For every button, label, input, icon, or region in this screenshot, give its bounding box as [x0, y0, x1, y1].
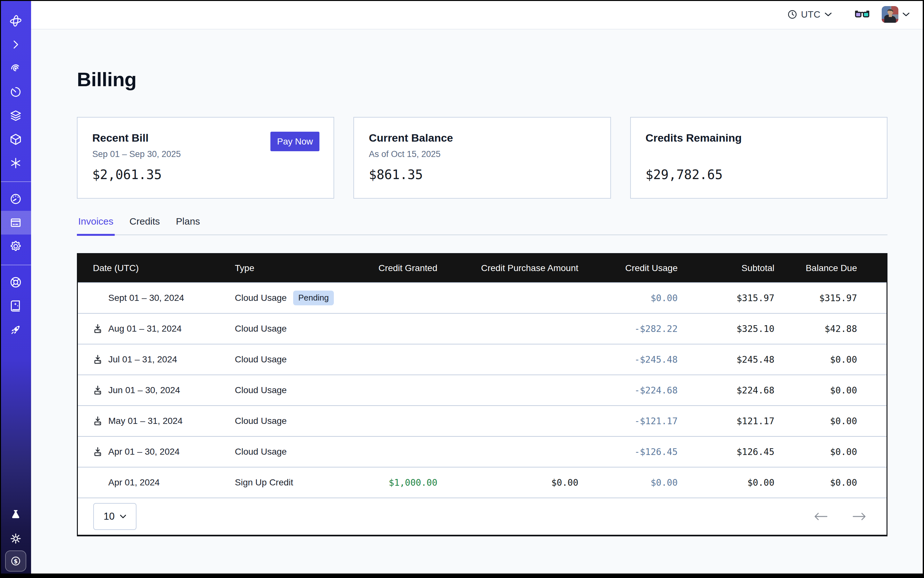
- subtotal-value: $121.17: [678, 416, 775, 427]
- credit-granted-value: $1,000.00: [354, 477, 437, 488]
- download-invoice-button: [92, 292, 103, 304]
- tab-credits[interactable]: Credits: [128, 216, 161, 235]
- invoice-type: Sign Up Credit: [235, 477, 293, 488]
- logo-icon[interactable]: [0, 9, 31, 32]
- table-header: Date (UTC) Type Credit Granted Credit Pu…: [78, 254, 887, 282]
- download-icon: [92, 416, 103, 427]
- credit-usage-value: -$245.48: [578, 354, 678, 365]
- column-header-date: Date (UTC): [78, 263, 235, 273]
- table-row: Jul 01 – 31, 2024 Cloud Usage -$245.48 $…: [78, 344, 887, 375]
- docs-book-icon[interactable]: [0, 294, 31, 318]
- billing-page: Billing Recent Bill Sep 01 – Sep 30, 202…: [31, 30, 924, 578]
- credit-usage-value: $0.00: [578, 293, 678, 304]
- balance-due-value: $0.00: [775, 416, 887, 427]
- credit-usage-value: $0.00: [578, 477, 678, 488]
- balance-due-value: $0.00: [775, 477, 887, 488]
- card-title: Credits Remaining: [646, 132, 872, 144]
- card-title: Current Balance: [369, 132, 595, 144]
- column-header-credit-purchase: Credit Purchase Amount: [437, 263, 578, 273]
- chevron-down-icon: [902, 12, 910, 17]
- credits-remaining-card: Credits Remaining $29,782.65: [630, 117, 887, 199]
- download-invoice-button[interactable]: [92, 416, 103, 427]
- download-icon: [92, 323, 103, 334]
- table-row: Sept 01 – 30, 2024 Cloud Usage Pending $…: [78, 282, 887, 313]
- invoice-type: Cloud Usage: [235, 354, 287, 365]
- gear-icon[interactable]: [0, 235, 31, 258]
- avatar-photo: [882, 6, 898, 23]
- recent-bill-card: Recent Bill Sep 01 – Sep 30, 2025 $2,061…: [77, 117, 334, 199]
- glasses-icon: [854, 9, 870, 20]
- credit-usage-value: -$121.17: [578, 416, 678, 427]
- credit-usage-value: -$126.45: [578, 446, 678, 457]
- invoice-type: Cloud Usage: [235, 385, 287, 395]
- table-row: Jun 01 – 30, 2024 Cloud Usage -$224.68 $…: [78, 375, 887, 405]
- account-menu-button[interactable]: [902, 12, 910, 17]
- subtotal-value: $325.10: [678, 324, 775, 334]
- current-balance-card: Current Balance As of Oct 15, 2025 $861.…: [353, 117, 611, 199]
- cube-icon[interactable]: [0, 128, 31, 151]
- invoices-table: Date (UTC) Type Credit Granted Credit Pu…: [77, 253, 887, 536]
- column-header-subtotal: Subtotal: [678, 263, 775, 273]
- subtotal-value: $0.00: [678, 477, 775, 488]
- sun-theme-icon[interactable]: [0, 527, 31, 550]
- previous-page-button[interactable]: [812, 510, 830, 523]
- download-invoice-button[interactable]: [92, 323, 103, 334]
- pay-now-button[interactable]: Pay Now: [270, 132, 320, 151]
- next-page-button[interactable]: [851, 510, 868, 523]
- download-invoice-button[interactable]: [92, 354, 103, 365]
- column-header-credit-granted: Credit Granted: [354, 263, 437, 273]
- download-icon: [92, 446, 103, 457]
- sidebar-divider: [0, 181, 31, 182]
- sidebar-divider: [0, 265, 31, 265]
- credits-remaining-amount: $29,782.65: [646, 167, 872, 182]
- sidebar: $: [0, 0, 31, 578]
- timezone-label: UTC: [801, 9, 820, 20]
- balance-due-value: $0.00: [775, 385, 887, 396]
- download-invoice-button: [92, 477, 103, 488]
- subtotal-value: $126.45: [678, 446, 775, 457]
- balance-due-value: $0.00: [775, 446, 887, 457]
- billing-tabs: Invoices Credits Plans: [77, 216, 887, 235]
- credit-usage-value: -$282.22: [578, 324, 678, 334]
- download-invoice-button[interactable]: [92, 446, 103, 457]
- user-avatar[interactable]: [882, 6, 898, 23]
- glasses-theme-toggle[interactable]: [854, 9, 870, 20]
- tab-plans[interactable]: Plans: [175, 216, 201, 235]
- asterisk-icon[interactable]: [0, 151, 31, 175]
- lifebuoy-support-icon[interactable]: [0, 270, 31, 294]
- rocket-icon[interactable]: [0, 318, 31, 341]
- table-row: Apr 01 – 30, 2024 Cloud Usage -$126.45 $…: [78, 436, 887, 467]
- invoice-date: Jun 01 – 30, 2024: [108, 385, 180, 395]
- card-subtitle: As of Oct 15, 2025: [369, 149, 595, 159]
- invoice-date: Apr 01, 2024: [108, 477, 159, 488]
- current-balance-amount: $861.35: [369, 167, 595, 182]
- gauge-dashboard-icon[interactable]: [0, 187, 31, 211]
- pagination-controls: [812, 510, 868, 523]
- chevron-right-icon[interactable]: [0, 32, 31, 57]
- invoice-date: May 01 – 31, 2024: [108, 416, 183, 426]
- subtotal-value: $224.68: [678, 385, 775, 396]
- clock-icon: [788, 10, 797, 19]
- table-row: Aug 01 – 31, 2024 Cloud Usage -$282.22 $…: [78, 313, 887, 344]
- layers-icon[interactable]: [0, 104, 31, 128]
- status-badge: Pending: [293, 291, 334, 305]
- radar-spiral-icon[interactable]: [0, 57, 31, 80]
- billing-card-icon: [9, 216, 23, 229]
- table-row: Apr 01, 2024 Sign Up Credit $1,000.00 $0…: [78, 467, 887, 498]
- column-header-type: Type: [235, 263, 354, 273]
- download-invoice-button[interactable]: [92, 385, 103, 396]
- timer-icon[interactable]: [0, 80, 31, 104]
- invoice-type: Cloud Usage: [235, 293, 287, 303]
- invoice-type: Cloud Usage: [235, 324, 287, 334]
- card-subtitle: [646, 149, 872, 159]
- arrow-right-icon: [852, 512, 867, 521]
- subtotal-value: $315.97: [678, 293, 775, 304]
- flask-labs-icon[interactable]: [0, 503, 31, 527]
- svg-text:$: $: [13, 558, 18, 565]
- sidebar-item-billing[interactable]: [0, 211, 31, 235]
- timezone-selector[interactable]: UTC: [788, 9, 832, 20]
- dollar-coin-button[interactable]: $: [5, 550, 26, 572]
- page-size-select[interactable]: 10: [93, 503, 136, 530]
- column-header-balance-due: Balance Due: [775, 263, 887, 273]
- tab-invoices[interactable]: Invoices: [77, 216, 115, 235]
